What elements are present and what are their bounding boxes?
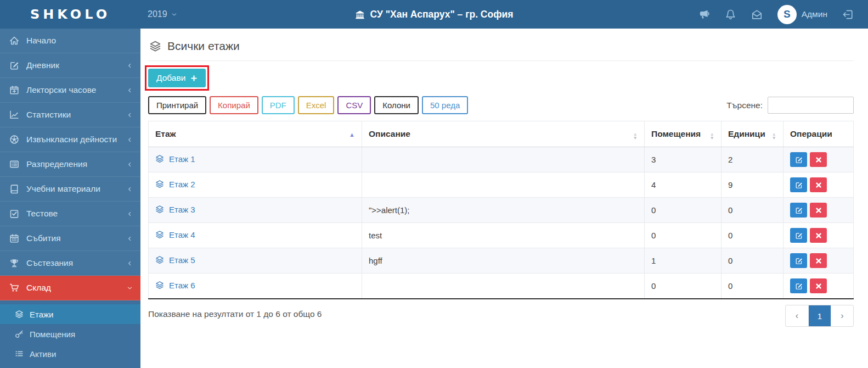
sidebar-item-competitions[interactable]: Състезания [0, 251, 140, 276]
operations-cell [784, 147, 854, 172]
description-cell [362, 172, 645, 198]
column-header-label: Единици [728, 129, 765, 139]
toolbar-button-columns[interactable]: Колони [374, 96, 419, 114]
description-cell [362, 274, 645, 299]
logout-icon[interactable] [842, 9, 854, 20]
add-button[interactable]: Добави [148, 69, 206, 87]
edit-button[interactable] [790, 228, 807, 243]
sidebar-item-diary[interactable]: Дневник [0, 53, 140, 78]
table-footer: Показване на резултати от 1 до 6 от общо… [148, 303, 854, 327]
calendar-icon [9, 233, 19, 243]
floor-name: Етаж 2 [169, 180, 195, 189]
chevron-left-icon [127, 186, 133, 192]
floor-name: Етаж 3 [169, 205, 195, 214]
sidebar-item-home[interactable]: Начало [0, 29, 140, 53]
futbol-icon [9, 135, 19, 144]
delete-button[interactable] [810, 253, 827, 268]
sidebar: Начало Дневник Лекторски часове Статисти… [0, 29, 140, 368]
edit-button[interactable] [790, 253, 807, 268]
pagination-page-1[interactable]: 1 [808, 305, 831, 326]
sidebar-item-lecture-hours[interactable]: Лекторски часове [0, 78, 140, 103]
edit-button[interactable] [790, 203, 807, 218]
table-body: Етаж 1 3 2 Етаж 2 4 9 [149, 147, 854, 299]
toolbar-button-excel[interactable]: Excel [298, 96, 335, 114]
operations-cell [784, 248, 854, 274]
floor-link[interactable]: Етаж 1 [155, 154, 195, 164]
search-input[interactable] [768, 97, 854, 114]
edit-button[interactable] [790, 278, 807, 293]
description-cell: test [362, 223, 645, 248]
column-header-units[interactable]: Единици ▲▼ [722, 121, 784, 147]
chevron-left-icon [127, 211, 133, 217]
notifications-bell-icon[interactable] [725, 9, 736, 20]
delete-button[interactable] [810, 152, 827, 167]
logo-area: SHKOLO [0, 7, 140, 22]
table-row: Етаж 3 ">>alert(1); 0 0 [149, 198, 854, 223]
shkolo-logo[interactable]: SHKOLO [30, 7, 110, 22]
floor-link[interactable]: Етаж 2 [155, 180, 195, 189]
floor-link[interactable]: Етаж 5 [155, 255, 195, 265]
toolbar-button-print[interactable]: Принтирай [148, 96, 206, 114]
sidebar-item-label: Състезания [26, 258, 73, 268]
table-row: Етаж 4 test 0 0 [149, 223, 854, 248]
sidebar-item-tests[interactable]: Тестове [0, 202, 140, 226]
toolbar-button-csv[interactable]: CSV [337, 96, 371, 114]
column-header-label: Описание [369, 129, 410, 139]
delete-button[interactable] [810, 278, 827, 293]
x-icon [815, 282, 822, 290]
sidebar-subitem-assets[interactable]: Активи [0, 344, 140, 364]
sort-icon: ▲▼ [633, 132, 638, 140]
edit-button[interactable] [790, 177, 807, 192]
announcements-megaphone-icon[interactable] [698, 9, 710, 20]
sidebar-item-events[interactable]: Събития [0, 226, 140, 251]
user-menu[interactable]: S Админ [777, 5, 827, 24]
avatar: S [777, 5, 797, 24]
layers-icon [155, 230, 164, 239]
pagination-next[interactable]: › [831, 305, 853, 326]
search-area: Търсене: [726, 97, 854, 114]
toolbar-button-copy[interactable]: Копирай [210, 96, 258, 114]
layers-icon [155, 180, 164, 188]
column-header-operations: Операции [784, 121, 854, 147]
page-title: Всички етажи [148, 33, 854, 61]
table-row: Етаж 6 0 0 [149, 274, 854, 299]
sidebar-item-label: Учебни материали [26, 184, 100, 194]
rooms-cell: 0 [645, 198, 722, 223]
sidebar-item-study-materials[interactable]: Учебни материали [0, 177, 140, 202]
sidebar-item-distributions[interactable]: Разпределения [0, 152, 140, 177]
column-header-rooms[interactable]: Помещения ▲▼ [645, 121, 722, 147]
sidebar-subitem-label: Помещения [30, 330, 75, 339]
floor-name: Етаж 5 [169, 255, 195, 265]
sidebar-item-statistics[interactable]: Статистики [0, 103, 140, 127]
description-cell [362, 147, 645, 172]
floor-link[interactable]: Етаж 3 [155, 205, 195, 214]
edit-button[interactable] [790, 152, 807, 167]
floor-link[interactable]: Етаж 4 [155, 230, 195, 239]
table-row: Етаж 5 hgff 1 0 [149, 248, 854, 274]
floor-link[interactable]: Етаж 6 [155, 281, 195, 290]
sidebar-item-label: Начало [26, 36, 56, 46]
user-name: Админ [802, 9, 827, 19]
sidebar-subitem-floors[interactable]: Етажи [0, 304, 140, 324]
column-header-floor[interactable]: Етаж ▲ [149, 121, 362, 147]
delete-button[interactable] [810, 177, 827, 192]
pagination-prev[interactable]: ‹ [786, 305, 808, 326]
sidebar-subitem-rooms[interactable]: Помещения [0, 324, 140, 344]
year-label: 2019 [148, 9, 167, 19]
school-selector[interactable]: СУ "Хан Аспарух" – гр. София [355, 9, 514, 20]
sidebar-item-warehouse[interactable]: Склад [0, 276, 140, 300]
toolbar-button-rows-50[interactable]: 50 реда [422, 96, 468, 114]
sidebar-item-label: Разпределения [26, 159, 87, 169]
units-cell: 2 [722, 147, 784, 172]
chevron-left-icon [127, 63, 133, 69]
year-dropdown[interactable]: 2019 [148, 9, 177, 19]
column-header-description[interactable]: Описание ▲▼ [362, 121, 645, 147]
column-header-label: Етаж [155, 129, 176, 139]
delete-button[interactable] [810, 228, 827, 243]
sidebar-item-extracurricular[interactable]: Извънкласни дейности [0, 127, 140, 152]
delete-button[interactable] [810, 203, 827, 218]
edit-icon [795, 181, 803, 189]
sidebar-item-label: Склад [26, 283, 51, 293]
toolbar-button-pdf[interactable]: PDF [262, 96, 295, 114]
messages-envelope-icon[interactable] [751, 9, 763, 20]
